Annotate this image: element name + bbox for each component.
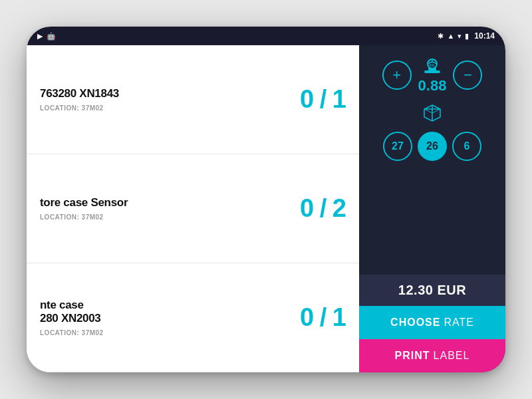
play-icon: ▶ (37, 32, 43, 41)
time-display: 10:14 (474, 31, 495, 41)
print-label-bold-text: PRINT (395, 350, 430, 362)
weight-label: KG (422, 56, 443, 77)
number-value: 6 (464, 140, 470, 152)
item-list: 763280 XN1843 LOCATION: 37M02 0 / 1 tore… (27, 45, 359, 372)
item-quantity: 0 / 1 (300, 303, 346, 332)
weight-display: KG 0.88 (418, 56, 447, 94)
choose-rate-button[interactable]: CHOOSE RATE (359, 306, 505, 339)
status-left: ▶ 🤖 (37, 32, 56, 41)
number-option-6[interactable]: 6 (452, 132, 481, 161)
item-name: nte case280 XN2003 (40, 299, 104, 325)
wifi-icon: ▾ (458, 32, 462, 41)
scale-icon: KG (422, 56, 443, 77)
list-item: 763280 XN1843 LOCATION: 37M02 0 / 1 (27, 45, 359, 154)
android-icon: 🤖 (47, 32, 56, 41)
number-value: 26 (426, 140, 438, 152)
item-location: LOCATION: 37M02 (40, 104, 119, 112)
item-quantity: 0 / 2 (300, 194, 346, 223)
controls-section: + KG (359, 45, 505, 275)
weight-value: 0.88 (418, 77, 447, 94)
item-name: tore case Sensor (40, 196, 128, 209)
item-location: LOCATION: 37M02 (40, 213, 128, 221)
plus-icon: + (392, 68, 401, 82)
list-item: tore case Sensor LOCATION: 37M02 0 / 2 (27, 154, 359, 263)
right-panel: + KG (359, 45, 505, 372)
item-info: nte case280 XN2003 LOCATION: 37M02 (40, 299, 104, 336)
bluetooth-icon: ✱ (438, 32, 444, 41)
item-info: tore case Sensor LOCATION: 37M02 (40, 196, 128, 221)
add-weight-button[interactable]: + (382, 61, 412, 90)
item-name: 763280 XN1843 (40, 87, 119, 100)
svg-text:KG: KG (430, 63, 435, 67)
status-right: ✱ ▲ ▾ ▮ 10:14 (438, 31, 495, 41)
print-label-button[interactable]: PRINT LABEL (359, 339, 505, 372)
svg-line-9 (424, 109, 432, 113)
status-bar: ▶ 🤖 ✱ ▲ ▾ ▮ 10:14 (27, 27, 505, 45)
tablet-shell: ▶ 🤖 ✱ ▲ ▾ ▮ 10:14 763280 XN1843 LOCATION… (27, 27, 505, 372)
box-icon-row (422, 102, 443, 124)
price-value: 12.30 EUR (398, 283, 466, 297)
item-info: 763280 XN1843 LOCATION: 37M02 (40, 87, 119, 112)
number-option-27[interactable]: 27 (383, 132, 412, 161)
number-option-26[interactable]: 26 (418, 132, 447, 161)
print-label-normal-text: LABEL (434, 350, 470, 362)
choose-rate-bold-text: CHOOSE (390, 317, 440, 329)
item-quantity: 0 / 1 (300, 85, 346, 114)
minus-icon: − (464, 68, 472, 82)
weight-row: + KG (367, 56, 497, 94)
price-section: 12.30 EUR (359, 275, 505, 306)
battery-icon: ▮ (465, 32, 469, 41)
signal-icon: ▲ (447, 32, 454, 40)
numbers-row: 27 26 6 (383, 132, 481, 161)
remove-weight-button[interactable]: − (453, 61, 482, 90)
status-icons-group: ✱ ▲ ▾ ▮ (438, 32, 469, 41)
box-3d-icon (422, 102, 443, 124)
number-value: 27 (392, 140, 404, 152)
choose-rate-normal-text: RATE (444, 317, 473, 329)
item-location: LOCATION: 37M02 (40, 329, 104, 336)
svg-rect-0 (424, 70, 440, 73)
list-item: nte case280 XN2003 LOCATION: 37M02 0 / 1 (27, 263, 359, 372)
app-content: 763280 XN1843 LOCATION: 37M02 0 / 1 tore… (27, 45, 505, 372)
svg-line-8 (432, 109, 440, 113)
